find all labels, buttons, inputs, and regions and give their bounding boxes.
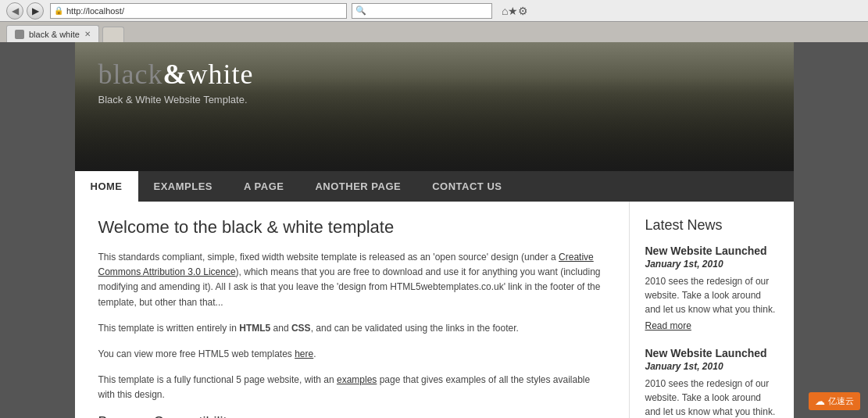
search-box[interactable]: 🔍 bbox=[352, 3, 492, 19]
search-icon: 🔍 bbox=[355, 5, 366, 16]
news-item-2: New Website Launched January 1st, 2010 2… bbox=[645, 347, 778, 418]
news-2-title: New Website Launched bbox=[645, 347, 778, 359]
lock-icon: 🔒 bbox=[54, 6, 63, 15]
para2-pre: This template is written entirely in bbox=[98, 323, 240, 334]
compat-heading: Browser Compatibility bbox=[98, 414, 605, 419]
watermark-badge: ☁ 亿速云 bbox=[809, 392, 860, 410]
nav-a-page[interactable]: A PAGE bbox=[228, 171, 299, 202]
here-link[interactable]: here bbox=[295, 348, 313, 359]
logo-black: black bbox=[98, 59, 163, 90]
tab-title: black & white bbox=[29, 30, 80, 39]
tab-bar: black & white ✕ bbox=[0, 22, 868, 42]
para4-pre: This template is a fully functional 5 pa… bbox=[98, 374, 338, 385]
news-item-1: New Website Launched January 1st, 2010 2… bbox=[645, 245, 778, 331]
nav-another-page[interactable]: ANOTHER PAGE bbox=[299, 171, 416, 202]
nav-buttons: ◀ ▶ bbox=[6, 2, 44, 20]
site-wrapper: black&white Black & White Website Templa… bbox=[0, 42, 868, 418]
address-bar[interactable]: 🔒 http://localhost/ bbox=[50, 3, 347, 19]
main-para4: This template is a fully functional 5 pa… bbox=[98, 373, 605, 402]
tab-close-button[interactable]: ✕ bbox=[84, 30, 91, 38]
url-text: http://localhost/ bbox=[66, 6, 124, 16]
nav-home[interactable]: HOME bbox=[75, 171, 138, 202]
gear-icon[interactable]: ⚙ bbox=[518, 5, 528, 17]
news-2-body: 2010 sees the redesign of our website. T… bbox=[645, 377, 778, 418]
para2-html5: HTML5 bbox=[239, 323, 270, 334]
new-tab-button[interactable] bbox=[102, 27, 124, 42]
home-icon[interactable]: ⌂ bbox=[502, 5, 508, 17]
nav-examples[interactable]: EXAMPLES bbox=[138, 171, 229, 202]
browser-window: ◀ ▶ 🔒 http://localhost/ 🔍 ⌂ ★ ⚙ black & … bbox=[0, 0, 868, 418]
logo-white: white bbox=[187, 59, 253, 90]
examples-link[interactable]: examples bbox=[337, 374, 377, 385]
news-2-date: January 1st, 2010 bbox=[645, 361, 778, 372]
main-heading: Welcome to the black & white template bbox=[98, 217, 605, 238]
watermark-logo: ☁ bbox=[815, 395, 825, 407]
news-1-title: New Website Launched bbox=[645, 245, 778, 257]
logo-tagline: Black & White Website Template. bbox=[98, 94, 254, 105]
para3-pre: You can view more free HTML5 web templat… bbox=[98, 348, 295, 359]
site-sidebar: Latest News New Website Launched January… bbox=[630, 202, 794, 418]
news-1-read-more[interactable]: Read more bbox=[645, 320, 691, 331]
logo-ampersand: & bbox=[163, 59, 187, 90]
nav-contact-us[interactable]: CONTACT US bbox=[416, 171, 517, 202]
news-1-body: 2010 sees the redesign of our website. T… bbox=[645, 274, 778, 316]
main-para3: You can view more free HTML5 web templat… bbox=[98, 347, 605, 362]
para2-rest: , and can be validated using the links i… bbox=[311, 323, 519, 334]
para3-rest: . bbox=[313, 348, 316, 359]
para2-mid: and bbox=[270, 323, 291, 334]
sidebar-heading: Latest News bbox=[645, 217, 778, 234]
logo-text: black&white bbox=[98, 58, 254, 91]
news-1-date: January 1st, 2010 bbox=[645, 259, 778, 270]
star-icon[interactable]: ★ bbox=[508, 5, 518, 17]
site-navigation: HOME EXAMPLES A PAGE ANOTHER PAGE CONTAC… bbox=[75, 171, 794, 202]
forward-button[interactable]: ▶ bbox=[27, 2, 44, 20]
site-container: black&white Black & White Website Templa… bbox=[75, 42, 794, 418]
site-content: Welcome to the black & white template Th… bbox=[75, 202, 794, 418]
tab-favicon bbox=[15, 30, 24, 39]
intro-text: This standards compliant, simple, fixed … bbox=[98, 252, 559, 263]
watermark-text: 亿速云 bbox=[828, 395, 854, 407]
back-button[interactable]: ◀ bbox=[6, 2, 23, 20]
para2-css: CSS bbox=[291, 323, 311, 334]
main-intro-para: This standards compliant, simple, fixed … bbox=[98, 250, 605, 310]
browser-titlebar: ◀ ▶ 🔒 http://localhost/ 🔍 ⌂ ★ ⚙ bbox=[0, 0, 868, 22]
site-header: black&white Black & White Website Templa… bbox=[75, 42, 794, 171]
main-para2: This template is written entirely in HTM… bbox=[98, 321, 605, 336]
site-main: Welcome to the black & white template Th… bbox=[75, 202, 630, 418]
site-logo: black&white Black & White Website Templa… bbox=[98, 58, 254, 105]
active-tab[interactable]: black & white ✕ bbox=[6, 25, 99, 42]
